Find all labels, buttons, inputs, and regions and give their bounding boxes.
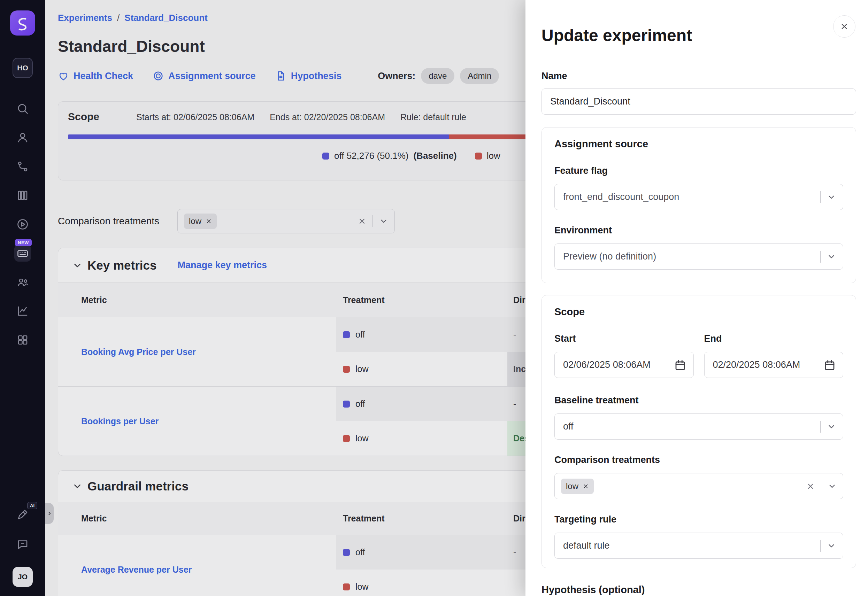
chevron-down-icon[interactable] [827, 252, 836, 261]
drawer-title: Update experiment [542, 26, 856, 45]
name-label: Name [542, 70, 856, 81]
assignment-source-title: Assignment source [554, 138, 843, 150]
start-datetime-input[interactable]: 02/06/2025 08:06AM [554, 352, 694, 378]
end-datetime-input[interactable]: 02/20/2025 08:06AM [704, 352, 844, 378]
chevron-down-icon[interactable] [827, 193, 836, 202]
close-icon [840, 22, 849, 31]
feature-flag-value: front_end_discount_coupon [563, 192, 820, 202]
start-label: Start [554, 333, 694, 344]
feature-flag-select[interactable]: front_end_discount_coupon [554, 184, 843, 210]
chip-label: low [566, 481, 579, 491]
divider [820, 251, 821, 263]
targeting-rule-value: default rule [563, 540, 820, 551]
update-experiment-drawer: Update experiment Name Assignment source… [526, 0, 868, 596]
baseline-treatment-select[interactable]: off [554, 413, 843, 440]
scope-card: Scope Start 02/06/2025 08:06AM End 02/20… [542, 295, 856, 568]
end-label: End [704, 333, 844, 344]
environment-value: Preview (no definition) [563, 251, 820, 262]
clear-selection-icon[interactable] [806, 482, 815, 490]
baseline-treatment-label: Baseline treatment [554, 395, 843, 406]
close-drawer-button[interactable] [833, 15, 855, 38]
environment-select[interactable]: Preview (no definition) [554, 243, 843, 270]
targeting-rule-select[interactable]: default rule [554, 533, 843, 559]
chevron-down-icon[interactable] [827, 422, 836, 431]
treatment-chip-low[interactable]: low [561, 479, 594, 494]
assignment-source-card: Assignment source Feature flag front_end… [542, 127, 856, 283]
divider [821, 480, 821, 492]
divider [820, 421, 821, 433]
environment-label: Environment [554, 225, 843, 236]
scope-title: Scope [554, 306, 843, 318]
comparison-treatments-multiselect[interactable]: low [554, 473, 843, 499]
chip-remove-icon[interactable] [583, 483, 589, 490]
hypothesis-label: Hypothesis (optional) [542, 584, 856, 595]
chevron-down-icon[interactable] [827, 541, 836, 550]
feature-flag-label: Feature flag [554, 165, 843, 176]
chevron-down-icon[interactable] [828, 482, 837, 491]
start-value: 02/06/2025 08:06AM [563, 360, 674, 370]
targeting-rule-label: Targeting rule [554, 514, 843, 525]
end-value: 02/20/2025 08:06AM [713, 360, 824, 370]
calendar-icon[interactable] [824, 359, 836, 371]
divider [820, 540, 821, 552]
comparison-treatments-label: Comparison treatments [554, 454, 843, 465]
calendar-icon[interactable] [674, 359, 686, 371]
name-input[interactable] [542, 89, 856, 115]
baseline-treatment-value: off [563, 421, 820, 432]
divider [820, 191, 821, 203]
